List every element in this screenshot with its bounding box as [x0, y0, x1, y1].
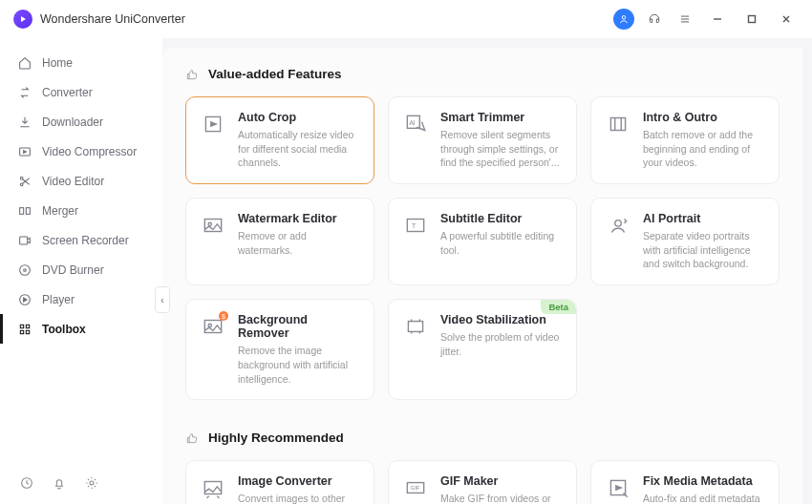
thumbs-up-icon: [185, 431, 199, 445]
sidebar-item-merger[interactable]: Merger: [0, 196, 162, 225]
tool-image-converter[interactable]: Image ConverterConvert images to other f…: [185, 460, 374, 504]
sidebar-item-dvd[interactable]: DVD Burner: [0, 255, 162, 284]
card-title: Smart Trimmer: [440, 111, 563, 124]
maximize-button[interactable]: [739, 7, 764, 32]
sidebar-item-label: Screen Recorder: [42, 234, 129, 247]
menu-icon[interactable]: [674, 9, 695, 30]
sidebar-item-recorder[interactable]: Screen Recorder: [0, 225, 162, 255]
svg-rect-1: [749, 16, 756, 23]
image-converter-icon: [200, 474, 226, 501]
tool-intro-outro[interactable]: Intro & OutroBatch remove or add the beg…: [590, 96, 780, 184]
recorder-icon: [17, 233, 32, 248]
sidebar-item-toolbox[interactable]: Toolbox: [0, 314, 162, 344]
converter-icon: [17, 85, 32, 100]
toolbox-icon: [17, 322, 32, 337]
minimize-button[interactable]: [705, 7, 730, 32]
play-icon: [17, 292, 32, 307]
gif-icon: GIF: [402, 474, 429, 501]
svg-rect-12: [26, 325, 29, 327]
card-title: Intro & Outro: [643, 111, 765, 124]
sidebar-item-compressor[interactable]: Video Compressor: [0, 136, 162, 166]
card-title: AI Portrait: [643, 212, 765, 225]
titlebar: Wondershare UniConverter: [0, 0, 812, 38]
card-desc: Remove the image background with artific…: [238, 344, 360, 386]
svg-point-9: [24, 268, 27, 271]
svg-point-16: [90, 481, 94, 485]
svg-point-4: [20, 183, 23, 186]
card-desc: A powerful subtitle editing tool.: [440, 229, 563, 257]
tool-ai-portrait[interactable]: AI PortraitSeparate video portraits with…: [590, 198, 780, 285]
disc-icon: [17, 262, 32, 278]
svg-point-25: [615, 220, 622, 227]
close-button[interactable]: [774, 7, 799, 32]
card-desc: Separate video portraits with artificial…: [643, 229, 765, 271]
card-title: GIF Maker: [440, 474, 563, 488]
svg-point-8: [20, 264, 31, 275]
svg-text:AI: AI: [410, 119, 416, 126]
svg-rect-14: [26, 330, 29, 333]
tool-fix-metadata[interactable]: Fix Media MetadataAuto-fix and edit meta…: [590, 460, 780, 504]
metadata-icon: [605, 474, 631, 501]
tool-subtitle-editor[interactable]: T Subtitle EditorA powerful subtitle edi…: [388, 198, 577, 285]
svg-text:T: T: [412, 221, 417, 230]
section-highly-recommended: Highly Recommended: [185, 430, 780, 445]
tool-smart-trimmer[interactable]: AI Smart TrimmerRemove silent segments t…: [388, 96, 577, 184]
card-desc: Remove or add watermarks.: [238, 229, 360, 257]
sidebar-item-editor[interactable]: Video Editor: [0, 166, 162, 196]
account-icon[interactable]: [613, 9, 634, 30]
svg-rect-7: [20, 237, 28, 244]
card-desc: Convert images to other formats.: [238, 492, 360, 504]
watermark-icon: [200, 212, 226, 239]
sidebar-item-converter[interactable]: Converter: [0, 77, 162, 107]
sidebar-item-label: Toolbox: [42, 323, 86, 336]
dollar-badge: $: [219, 311, 228, 321]
compressor-icon: [17, 144, 32, 159]
auto-crop-icon: [200, 111, 226, 137]
stabilization-icon: [402, 313, 429, 340]
card-desc: Auto-fix and edit metadata of media file…: [643, 492, 765, 504]
svg-point-3: [20, 177, 23, 179]
download-icon: [17, 115, 32, 130]
tool-video-stabilization[interactable]: Beta Video StabilizationSolve the proble…: [388, 299, 577, 400]
svg-point-27: [208, 324, 211, 326]
smart-trimmer-icon: AI: [402, 111, 429, 137]
sidebar-item-label: Video Compressor: [42, 145, 137, 158]
svg-rect-5: [20, 207, 24, 214]
app-title: Wondershare UniConverter: [40, 12, 185, 26]
settings-icon[interactable]: [84, 475, 99, 491]
history-icon[interactable]: [19, 475, 34, 491]
bg-remover-icon: $: [200, 313, 226, 340]
subtitle-icon: T: [402, 212, 429, 239]
intro-outro-icon: [605, 111, 631, 137]
scissors-icon: [17, 174, 32, 189]
notification-icon[interactable]: [52, 475, 67, 491]
card-desc: Make GIF from videos or pictures.: [440, 492, 563, 504]
tool-background-remover[interactable]: $ Background RemoverRemove the image bac…: [185, 299, 374, 400]
svg-point-0: [622, 16, 626, 20]
headset-icon[interactable]: [644, 9, 665, 30]
sidebar-item-label: Home: [42, 56, 73, 70]
tool-watermark-editor[interactable]: Watermark EditorRemove or add watermarks…: [185, 198, 374, 285]
merger-icon: [17, 203, 32, 219]
sidebar-item-label: Player: [42, 293, 75, 306]
tool-auto-crop[interactable]: Auto CropAutomatically resize video for …: [185, 96, 374, 184]
collapse-sidebar-button[interactable]: ‹: [155, 286, 170, 313]
card-title: Auto Crop: [238, 111, 360, 124]
sidebar-item-label: DVD Burner: [42, 263, 104, 277]
svg-rect-20: [610, 118, 625, 131]
sidebar-item-label: Converter: [42, 86, 93, 99]
tool-gif-maker[interactable]: GIF GIF MakerMake GIF from videos or pic…: [388, 460, 577, 504]
sidebar-item-player[interactable]: Player: [0, 284, 162, 314]
sidebar-item-downloader[interactable]: Downloader: [0, 107, 162, 136]
svg-point-22: [208, 222, 211, 225]
card-title: Background Remover: [238, 313, 360, 340]
svg-rect-6: [26, 207, 30, 214]
ai-portrait-icon: [605, 212, 631, 239]
card-title: Watermark Editor: [238, 212, 360, 225]
sidebar-item-label: Video Editor: [42, 175, 104, 188]
sidebar-item-home[interactable]: Home: [0, 48, 162, 77]
content: Value-added Features Auto CropAutomatica…: [162, 48, 802, 504]
svg-rect-13: [20, 330, 23, 333]
beta-badge: Beta: [541, 300, 576, 314]
card-title: Fix Media Metadata: [643, 474, 765, 488]
